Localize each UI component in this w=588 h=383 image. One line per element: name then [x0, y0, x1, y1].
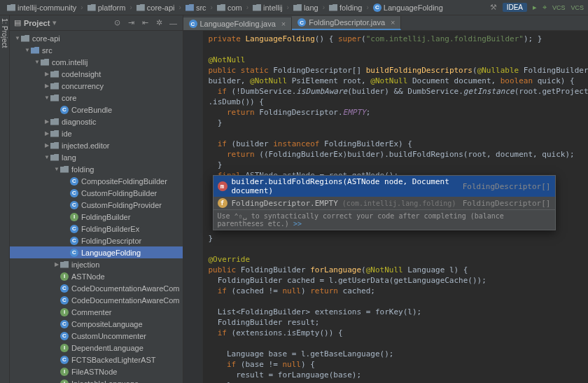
top-right-tools: ⚒ IDEA ▸ ⌖ VCS VCS	[490, 3, 584, 12]
gear-icon[interactable]: ✲	[155, 18, 164, 28]
project-pane-title: Project	[24, 19, 50, 27]
class-icon: C	[60, 320, 69, 328]
tree-row[interactable]: IFileASTNode	[10, 365, 183, 377]
breadcrumb-item[interactable]: intellij-community	[4, 3, 79, 13]
tree-row[interactable]: CCustomFoldingProvider	[10, 199, 183, 211]
close-icon[interactable]: ×	[281, 20, 286, 28]
scroll-from-icon[interactable]: ⇤	[141, 18, 150, 28]
tree-row[interactable]: ▼com.intellij	[10, 56, 183, 68]
debug-icon[interactable]: ⌖	[542, 3, 547, 12]
tree-row[interactable]: IInjectableLanguage	[10, 377, 183, 383]
breadcrumb-bar: intellij-community›platform›core-api›src…	[0, 0, 588, 15]
close-icon[interactable]: ×	[391, 18, 395, 27]
completion-item[interactable]: fFoldingDescriptor.EMPTY (com.intellij.l…	[214, 197, 555, 209]
tree-row[interactable]: ▼core-api	[10, 32, 183, 44]
project-tool-button[interactable]: 1: Project	[0, 15, 9, 50]
folder-icon	[41, 59, 49, 66]
folder-icon	[50, 154, 59, 161]
tree-row[interactable]: CCodeDocumentationAwareCom	[10, 282, 183, 294]
folder-icon	[50, 83, 59, 90]
breadcrumb-item[interactable]: com	[214, 3, 245, 13]
tree-row[interactable]: CCustomFoldingBuilder	[10, 187, 183, 199]
tree-row[interactable]: ▶ide	[10, 127, 183, 139]
breadcrumb-item[interactable]: folding	[326, 3, 365, 13]
breadcrumb-item[interactable]: platform	[85, 3, 129, 13]
tree-row[interactable]: ▶injection	[10, 258, 183, 270]
field-icon: f	[218, 198, 227, 208]
iface-icon: I	[60, 368, 69, 376]
folder-icon	[50, 95, 59, 102]
breadcrumb-item[interactable]: CLanguageFolding	[370, 3, 446, 13]
src-icon	[31, 47, 39, 54]
tree-row[interactable]: CCoreBundle	[10, 104, 183, 116]
class-icon: C	[60, 332, 69, 340]
tree-row[interactable]: CCustomUncommenter	[10, 330, 183, 342]
tree-row[interactable]: IFoldingBuilder	[10, 211, 183, 223]
class-icon: C	[70, 177, 78, 186]
folder-icon	[50, 118, 59, 125]
class-icon: C	[70, 249, 78, 257]
class-icon: C	[70, 201, 78, 209]
folder-icon	[60, 261, 69, 268]
folder-icon	[50, 71, 59, 78]
tree-row[interactable]: CFoldingBuilderEx	[10, 223, 183, 235]
iface-icon: I	[60, 344, 69, 352]
tree-row[interactable]: ▼core	[10, 92, 183, 104]
run-icon[interactable]: ▸	[533, 3, 537, 12]
tree-row[interactable]: CCompositeFoldingBuilder	[10, 175, 183, 187]
tree-row[interactable]: CCodeDocumentationAwareCom	[10, 294, 183, 306]
iface-icon: I	[70, 213, 78, 221]
scroll-to-icon[interactable]: ⇥	[127, 18, 136, 28]
tree-row[interactable]: ▶concurrency	[10, 80, 183, 92]
tree-row[interactable]: ▼src	[10, 44, 183, 56]
tree-row[interactable]: ▶codeInsight	[10, 68, 183, 80]
folder-icon	[50, 130, 59, 137]
tree-row[interactable]: CCompositeLanguage	[10, 318, 183, 330]
editor-tab[interactable]: CFoldingDescriptor.java×	[292, 16, 401, 30]
breadcrumb-item[interactable]: src	[183, 3, 209, 13]
hammer-icon[interactable]: ⚒	[490, 3, 497, 12]
hide-icon[interactable]: —	[169, 18, 178, 28]
class-icon: C	[60, 296, 69, 305]
project-pane-header: ▤ Project ▾ ⊙ ⇥ ⇤ ✲ —	[10, 15, 183, 31]
breadcrumb-item[interactable]: lang	[290, 3, 321, 13]
iface-icon: I	[60, 272, 69, 281]
editor-area: CLanguageFolding.java×CFoldingDescriptor…	[183, 15, 589, 383]
editor[interactable]: private LanguageFolding() { super("com.i…	[183, 31, 589, 383]
folder-icon	[21, 35, 29, 42]
completion-item[interactable]: mbuilder.buildFoldRegions(ASTNode node, …	[214, 176, 555, 197]
tree-row[interactable]: CLanguageFolding	[10, 246, 183, 258]
folder-icon	[50, 142, 59, 149]
breadcrumb-item[interactable]: intellij	[250, 3, 286, 13]
class-icon: C	[70, 189, 78, 197]
method-icon: m	[218, 181, 227, 191]
editor-tabs: CLanguageFolding.java×CFoldingDescriptor…	[183, 15, 589, 31]
tree-row[interactable]: CFoldingDescriptor	[10, 235, 183, 246]
completion-hint: Use ⌃⇧␣ to syntactically correct your co…	[214, 209, 555, 230]
class-icon: C	[60, 284, 69, 293]
vcs-commit-icon[interactable]: VCS	[570, 4, 584, 11]
editor-tab[interactable]: CLanguageFolding.java×	[183, 18, 293, 30]
class-icon: C	[60, 356, 69, 364]
folder-icon	[60, 166, 69, 173]
hint-link[interactable]: >>	[293, 220, 302, 228]
run-config[interactable]: IDEA	[503, 3, 527, 12]
tree-row[interactable]: ▼lang	[10, 151, 183, 163]
tree-row[interactable]: CFCTSBackedLighterAST	[10, 354, 183, 365]
tree-row[interactable]: ▼folding	[10, 163, 183, 175]
tree-row[interactable]: IDependentLanguage	[10, 342, 183, 354]
iface-icon: I	[60, 379, 69, 384]
vcs-update-icon[interactable]: VCS	[552, 4, 566, 11]
tree-row[interactable]: ▶diagnostic	[10, 116, 183, 127]
breadcrumb-item[interactable]: core-api	[134, 3, 178, 13]
class-icon: C	[70, 237, 78, 245]
collapse-icon[interactable]: ⊙	[113, 18, 122, 28]
tree-row[interactable]: ICommenter	[10, 306, 183, 318]
class-icon: C	[298, 18, 306, 27]
tree-row[interactable]: IASTNode	[10, 270, 183, 282]
class-icon: C	[189, 20, 197, 28]
project-pane: ▤ Project ▾ ⊙ ⇥ ⇤ ✲ — ▼core-api▼src▼com.…	[10, 15, 183, 383]
completion-popup[interactable]: mbuilder.buildFoldRegions(ASTNode node, …	[213, 175, 556, 230]
project-tree[interactable]: ▼core-api▼src▼com.intellij▶codeInsight▶c…	[10, 31, 183, 383]
tree-row[interactable]: ▶injected.editor	[10, 139, 183, 151]
